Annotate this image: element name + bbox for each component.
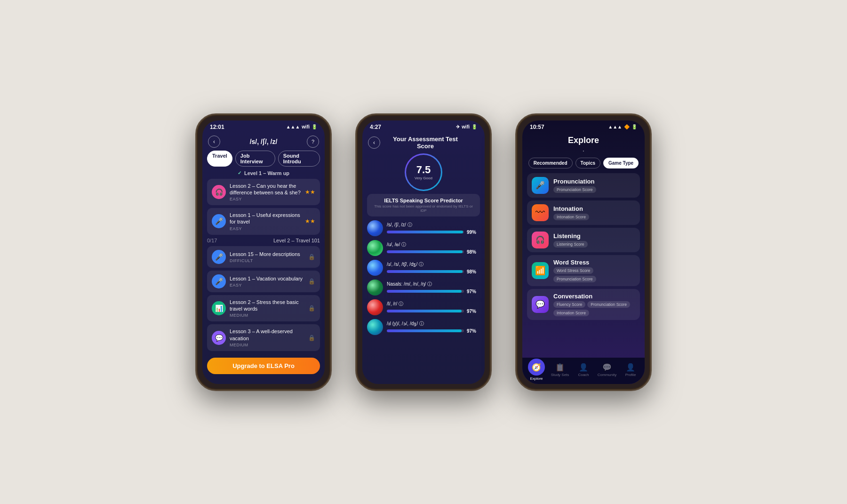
back-button-2[interactable]: ‹ — [368, 136, 380, 149]
nav-study-sets[interactable]: 📋 Study Sets — [550, 363, 570, 377]
explore-item-listening[interactable]: 🎧 Listening Listening Score — [527, 228, 640, 252]
ball-0 — [367, 220, 383, 236]
back-button-1[interactable]: ‹ — [208, 136, 220, 148]
lesson-icon-2: 🎤 — [212, 214, 226, 228]
tab-job-interview[interactable]: Job Interview — [235, 151, 275, 167]
listening-tag-1: Listening Score — [553, 241, 588, 248]
lesson-icon-1: 🎧 — [212, 185, 226, 199]
lesson-icon-locked-3: 📊 — [212, 301, 226, 315]
explore-nav-dot: 🧭 — [528, 359, 545, 376]
nav-profile[interactable]: 👤 Profile — [620, 363, 641, 377]
lesson-locked-1[interactable]: 🎤 Lesson 15 – More descriptions DIFFICUL… — [207, 246, 320, 268]
nav-coach[interactable]: 👤 Coach — [573, 363, 594, 377]
pct-0: 99% — [467, 230, 480, 235]
score-item-1: /u/, /ʊ/ ⓘ 98% — [367, 240, 480, 256]
phone-1-content: ✓ Level 1 – Warm up 🎧 Lesson 2 – Can you… — [202, 170, 325, 354]
lesson-item-1[interactable]: 🎧 Lesson 2 – Can you hear the difference… — [207, 179, 320, 206]
nav-label-explore: Explore — [530, 376, 543, 381]
lesson-locked-4[interactable]: 💬 Lesson 3 – A well-deserved vacation ME… — [207, 324, 320, 351]
profile-icon: 👤 — [626, 363, 635, 372]
ball-1 — [367, 240, 383, 256]
tab-sound-intro[interactable]: Sound Introdu — [278, 151, 320, 167]
score-item-2: /ɪ/, /s/, /tʃ/, /dʒ/ ⓘ 98% — [367, 260, 480, 276]
ball-5 — [367, 319, 383, 335]
ball-4 — [367, 299, 383, 315]
score-label: Very Good — [415, 176, 432, 180]
status-time-2: 4:27 — [370, 124, 381, 130]
pct-3: 97% — [467, 289, 480, 294]
battery-icon: 🔋 — [312, 124, 317, 129]
item-label-5: /ɪl (y)/, /ɔ/, /dʒ/ ⓘ — [387, 320, 424, 327]
help-button-1[interactable]: ? — [307, 136, 319, 148]
intonation-title: Intonation — [553, 205, 635, 212]
item-label-2: /ɪ/, /s/, /tʃ/, /dʒ/ ⓘ — [387, 261, 424, 268]
tab-travel[interactable]: Travel — [207, 151, 232, 167]
level-1-header: ✓ Level 1 – Warm up — [207, 170, 320, 176]
lesson-info-2: Lesson 1 – Useful expressions for travel… — [230, 212, 301, 231]
phone-2: 4:27 ✈ wifi 🔋 ‹ Your Assessment Test Sco… — [355, 113, 492, 391]
predictor-title: IELTS Speaking Score Predictor — [372, 198, 475, 203]
pct-2: 98% — [467, 269, 480, 274]
score-item-0: /s/, /ʃ/, /z/ ⓘ 99% — [367, 220, 480, 236]
lesson-difficulty-1: EASY — [230, 197, 301, 201]
lesson-title-2: Lesson 1 – Useful expressions for travel — [230, 212, 301, 225]
lesson-icon-locked-1: 🎤 — [212, 250, 226, 264]
phone-3-tabs: Recommended Topics Game Type — [522, 158, 645, 173]
lock-icon-2: 🔒 — [308, 278, 315, 285]
phone-3: 10:57 ▲▲▲ 🔶 🔋 Explore • Recommended Topi… — [515, 113, 652, 391]
predictor-subtitle: This score has not been approved or endo… — [372, 204, 475, 213]
explore-item-intonation[interactable]: 〰 Intonation Intonation Score — [527, 200, 640, 225]
pct-4: 97% — [467, 309, 480, 314]
lesson-difficulty-2: EASY — [230, 226, 301, 231]
signal-icon: ▲▲▲ — [286, 124, 300, 129]
listening-icon: 🎧 — [532, 232, 549, 248]
explore-nav-icon: 🧭 — [532, 363, 541, 372]
item-label-0: /s/, /ʃ/, /z/ ⓘ — [387, 222, 412, 228]
lock-icon-4: 🔒 — [308, 335, 315, 341]
status-bar-3: 10:57 ▲▲▲ 🔶 🔋 — [522, 120, 645, 134]
pronunciation-tag-1: Pronunciation Score — [553, 186, 596, 193]
score-items: /s/, /ʃ/, /z/ ⓘ 99% /u/, /ʊ/ ⓘ — [362, 220, 485, 339]
phone-1: 12:01 ▲▲▲ wifi 🔋 ‹ /s/, /ʃ/, /z/ ? Trave… — [195, 113, 332, 391]
phone-1-tabs: Travel Job Interview Sound Introdu — [202, 151, 325, 170]
status-time-3: 10:57 — [530, 124, 544, 130]
word-stress-title: Word Stress — [553, 259, 635, 266]
community-icon: 💬 — [602, 363, 612, 372]
explore-item-pronunciation[interactable]: 🎤 Pronunciation Pronunciation Score — [527, 173, 640, 198]
upgrade-button[interactable]: Upgrade to ELSA Pro — [207, 358, 320, 374]
nav-explore[interactable]: 🧭 Explore — [526, 359, 547, 381]
nav-community[interactable]: 💬 Community — [597, 363, 617, 377]
tab-game-type[interactable]: Game Type — [603, 158, 639, 168]
pct-1: 98% — [467, 249, 480, 255]
lesson-diff-locked-1: DIFFICULT — [230, 258, 304, 263]
explore-dot: • — [583, 149, 584, 153]
bottom-nav: 🧭 Explore 📋 Study Sets 👤 Coach 💬 Communi… — [522, 358, 645, 384]
lesson-item-2[interactable]: 🎤 Lesson 1 – Useful expressions for trav… — [207, 208, 320, 235]
lesson-locked-3[interactable]: 📊 Lesson 2 – Stress these basic travel w… — [207, 295, 320, 322]
phone-1-header: ‹ /s/, /ʃ/, /z/ ? — [202, 134, 325, 151]
lesson-stars-1: ★★ — [305, 189, 315, 195]
battery-icon-2: 🔋 — [471, 124, 477, 129]
explore-items: 🎤 Pronunciation Pronunciation Score 〰 In… — [522, 173, 645, 323]
status-icons-2: ✈ wifi 🔋 — [456, 124, 477, 129]
listening-title: Listening — [553, 232, 635, 240]
phone-3-header: Explore • — [522, 134, 645, 158]
lesson-diff-locked-3: MEDIUM — [230, 313, 304, 318]
lesson-icon-locked-4: 💬 — [212, 331, 226, 345]
lesson-locked-2[interactable]: 🎤 Lesson 1 – Vacation vocabulary EASY 🔒 — [207, 271, 320, 292]
phone-2-title: Your Assessment Test Score — [384, 136, 467, 150]
level-2-count: 0/17 — [207, 238, 217, 243]
pronunciation-title: Pronunciation — [553, 178, 635, 185]
phone-3-title: Explore — [528, 136, 639, 145]
tab-recommended[interactable]: Recommended — [528, 158, 573, 168]
explore-item-conversation[interactable]: 💬 Conversation Fluency Score Pronunciati… — [527, 289, 640, 320]
explore-item-word-stress[interactable]: 📶 Word Stress Word Stress Score Pronunci… — [527, 255, 640, 286]
conversation-tag-2: Pronunciation Score — [587, 301, 630, 308]
phone-1-title: /s/, /ʃ/, /z/ — [250, 138, 278, 145]
bar-4 — [387, 310, 462, 312]
bar-3 — [387, 290, 462, 293]
lesson-info-locked-3: Lesson 2 – Stress these basic travel wor… — [230, 299, 304, 318]
tab-topics[interactable]: Topics — [575, 158, 600, 168]
status-bar-2: 4:27 ✈ wifi 🔋 — [362, 120, 485, 134]
lesson-stars-2: ★★ — [305, 218, 315, 224]
